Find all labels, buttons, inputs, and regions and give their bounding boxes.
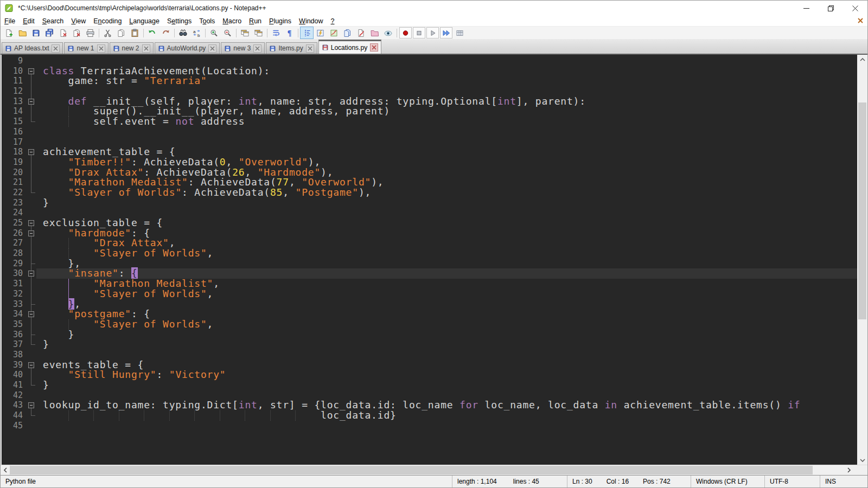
code-line-16[interactable]: 16 xyxy=(2,127,857,137)
word-wrap-icon[interactable] xyxy=(269,27,283,39)
tab-close-icon[interactable] xyxy=(208,44,216,53)
print-icon[interactable] xyxy=(84,27,97,39)
save-file-icon[interactable] xyxy=(29,27,43,39)
undo-icon[interactable] xyxy=(145,27,159,39)
project-panel-icon[interactable] xyxy=(368,27,381,39)
fold-marker[interactable] xyxy=(27,66,36,76)
tab-autoworld-py[interactable]: AutoWorld.py xyxy=(155,42,220,54)
new-file-icon[interactable] xyxy=(2,27,16,39)
fold-marker[interactable] xyxy=(27,218,36,228)
close-button[interactable] xyxy=(843,1,867,16)
code-line-35[interactable]: 35 "Slayer of Worlds", xyxy=(2,319,857,330)
redo-icon[interactable] xyxy=(159,27,173,39)
macro-record-icon[interactable] xyxy=(399,27,412,38)
monitoring-icon[interactable] xyxy=(354,27,368,39)
tab-new-2[interactable]: new 2 xyxy=(110,42,154,54)
tab-close-icon[interactable] xyxy=(142,44,150,53)
sync-horizontal-scrolling-icon[interactable] xyxy=(252,27,265,39)
save-all-icon[interactable] xyxy=(43,27,56,39)
code-line-11[interactable]: 11 game: str = "Terraria" xyxy=(2,76,857,86)
horizontal-scrollbar[interactable] xyxy=(1,465,853,475)
fold-margin xyxy=(27,299,36,310)
menu-language[interactable]: Language xyxy=(125,17,163,25)
fold-marker[interactable] xyxy=(27,400,36,410)
indent-guide-icon[interactable] xyxy=(300,27,314,39)
code-line-37[interactable]: 37} xyxy=(2,339,857,350)
code-line-44[interactable]: 44 loc_data.id} xyxy=(2,410,857,421)
code-line-22[interactable]: 22 "Slayer of Worlds": AchieveData(85, "… xyxy=(2,188,857,198)
code-line-23[interactable]: 23} xyxy=(2,198,857,208)
minimize-button[interactable] xyxy=(794,1,819,16)
menu-plugins[interactable]: Plugins xyxy=(265,17,295,25)
fold-marker[interactable] xyxy=(27,309,36,319)
zoom-out-icon[interactable] xyxy=(221,27,234,39)
find-icon[interactable] xyxy=(176,27,190,39)
tab-close-icon[interactable] xyxy=(253,44,261,53)
zoom-in-icon[interactable] xyxy=(207,27,221,39)
paste-icon[interactable] xyxy=(128,27,142,39)
fold-marker[interactable] xyxy=(27,360,36,370)
status-bar: Python file length : 1,104 lines : 45 Ln… xyxy=(1,475,867,487)
code-area[interactable]: 910class TerrariaAchievement(Location):1… xyxy=(2,55,857,465)
restore-button[interactable] xyxy=(819,1,843,16)
menu-window[interactable]: Window xyxy=(295,17,327,25)
tab-close-icon[interactable] xyxy=(306,44,314,53)
scroll-down-arrow[interactable] xyxy=(857,455,867,465)
vertical-scroll-thumb[interactable] xyxy=(858,102,866,319)
macro-run-multiple-icon[interactable] xyxy=(440,27,452,38)
code-line-45[interactable]: 45 xyxy=(2,421,857,431)
menu-help[interactable]: ? xyxy=(327,17,339,25)
tab-locations-py[interactable]: Locations.py xyxy=(318,40,381,54)
code-line-40[interactable]: 40 "Still Hungry": "Victory" xyxy=(2,370,857,380)
fold-marker[interactable] xyxy=(27,147,36,157)
macro-stop-icon[interactable] xyxy=(413,27,425,38)
document-list-icon[interactable] xyxy=(341,27,354,39)
copy-icon[interactable] xyxy=(114,27,128,39)
menu-view[interactable]: View xyxy=(67,17,90,25)
indent-guide-line xyxy=(144,410,144,421)
menu-encoding[interactable]: Encoding xyxy=(90,17,125,25)
menu-search[interactable]: Search xyxy=(39,17,68,25)
scroll-up-arrow[interactable] xyxy=(857,55,867,64)
vertical-scrollbar[interactable] xyxy=(857,55,867,465)
code-line-28[interactable]: 28 "Slayer of Worlds", xyxy=(2,248,857,259)
menu-macro[interactable]: Macro xyxy=(219,17,245,25)
close-all-icon[interactable] xyxy=(70,27,84,39)
menu-tools[interactable]: Tools xyxy=(195,17,219,25)
tab-items-py[interactable]: Items.py xyxy=(266,42,317,54)
close-document-icon[interactable] xyxy=(857,17,864,24)
macro-play-icon[interactable] xyxy=(426,27,439,38)
menu-run[interactable]: Run xyxy=(245,17,265,25)
code-line-36[interactable]: 36 } xyxy=(2,330,857,340)
cut-icon[interactable] xyxy=(101,27,114,39)
fold-marker[interactable] xyxy=(27,97,36,107)
menu-settings[interactable]: Settings xyxy=(163,17,195,25)
scroll-right-arrow[interactable] xyxy=(844,465,853,475)
horizontal-scroll-thumb[interactable] xyxy=(10,466,813,474)
fold-marker[interactable] xyxy=(27,268,36,279)
open-file-icon[interactable] xyxy=(16,27,29,39)
menu-edit[interactable]: Edit xyxy=(19,17,39,25)
replace-icon[interactable]: ab xyxy=(190,27,203,39)
menu-file[interactable]: File xyxy=(1,17,19,25)
macro-save-icon[interactable] xyxy=(453,27,467,39)
tab-new-3[interactable]: new 3 xyxy=(221,42,265,54)
sync-vertical-scrolling-icon[interactable] xyxy=(238,27,252,39)
code-line-32[interactable]: 32 "Slayer of Worlds", xyxy=(2,289,857,299)
scroll-left-arrow[interactable] xyxy=(1,465,10,475)
tab-new-1[interactable]: new 1 xyxy=(64,42,108,54)
tab-close-icon[interactable] xyxy=(370,43,378,52)
tab-close-icon[interactable] xyxy=(97,44,105,53)
document-map-icon[interactable] xyxy=(327,27,341,39)
show-all-characters-icon[interactable]: ¶ xyxy=(283,27,296,39)
function-list-icon[interactable] xyxy=(314,27,327,39)
tab-ap-ideas-txt[interactable]: AP Ideas.txt xyxy=(2,42,63,54)
line-number: 11 xyxy=(2,76,27,86)
close-file-icon[interactable] xyxy=(56,27,70,39)
view-current-file-icon[interactable] xyxy=(381,27,395,39)
indent-guide-line xyxy=(270,410,271,421)
tab-close-icon[interactable] xyxy=(52,44,60,53)
fold-marker[interactable] xyxy=(27,228,36,239)
code-line-41[interactable]: 41} xyxy=(2,380,857,390)
code-line-15[interactable]: 15 self.event = not address xyxy=(2,117,857,127)
